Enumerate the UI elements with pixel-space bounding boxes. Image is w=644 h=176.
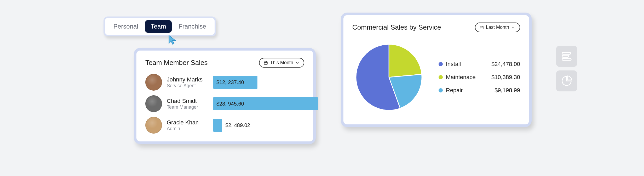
card-title: Team Member Sales: [145, 59, 208, 67]
view-tabs: Personal Team Franchise: [104, 16, 216, 36]
sales-bar: $28, 945.60: [213, 97, 318, 110]
cursor-icon: [168, 35, 177, 45]
legend-value: $10,389.30: [491, 74, 520, 81]
avatar: [145, 95, 162, 112]
sales-value: $2, 489.02: [222, 119, 250, 132]
tab-personal[interactable]: Personal: [108, 20, 144, 33]
commercial-sales-card: Commercial Sales by Service Last Month I…: [341, 13, 532, 127]
tab-team[interactable]: Team: [145, 20, 172, 33]
legend-value: $9,198.99: [494, 87, 520, 94]
member-name: Chad Smidt: [167, 98, 209, 104]
period-label: Last Month: [486, 25, 509, 30]
chevron-down-icon: [511, 25, 515, 30]
pie-chart-button[interactable]: [556, 70, 577, 91]
period-selector-last-month[interactable]: Last Month: [475, 23, 520, 32]
svg-rect-0: [264, 62, 267, 64]
calendar-icon: [264, 61, 268, 65]
pie-slice: [389, 44, 422, 77]
legend-row: Install $24,478.00: [439, 61, 520, 68]
period-selector-this-month[interactable]: This Month: [259, 58, 304, 68]
sales-bar-wrap: $2, 489.02: [213, 119, 304, 132]
bar-chart-button[interactable]: [556, 46, 577, 67]
member-row: Johnny Marks Service Agent $12, 237.40: [136, 72, 313, 94]
legend-value: $24,478.00: [491, 61, 520, 68]
calendar-icon: [480, 25, 484, 30]
sales-bar: $12, 237.40: [213, 76, 257, 89]
pie-chart-icon: [561, 75, 573, 87]
member-info: Chad Smidt Team Manager: [167, 98, 209, 110]
period-label: This Month: [270, 60, 293, 65]
member-row: Gracie Khan Admin $2, 489.02: [136, 115, 313, 137]
member-row: Chad Smidt Team Manager $28, 945.60: [136, 94, 313, 115]
avatar: [145, 117, 162, 134]
legend-row: Repair $9,198.99: [439, 87, 520, 94]
legend-name: Install: [446, 61, 461, 68]
member-info: Johnny Marks Service Agent: [167, 76, 209, 89]
sales-bar-wrap: $12, 237.40: [213, 76, 304, 89]
team-member-sales-card: Team Member Sales This Month Johnny Mark…: [134, 48, 316, 144]
chart-type-toggle: [556, 46, 577, 91]
bar-chart-icon: [561, 50, 573, 62]
sales-bar-wrap: $28, 945.60: [213, 97, 318, 110]
member-role: Service Agent: [167, 83, 209, 89]
avatar: [145, 74, 162, 91]
chevron-down-icon: [295, 61, 300, 65]
member-role: Team Manager: [167, 104, 209, 110]
member-name: Gracie Khan: [167, 119, 209, 126]
legend-row: Maintenace $10,389.30: [439, 74, 520, 81]
legend-name: Repair: [446, 87, 463, 94]
legend-dot: [439, 75, 443, 79]
legend-dot: [439, 88, 443, 92]
sales-bar: [213, 119, 222, 132]
svg-rect-9: [562, 55, 569, 57]
svg-rect-8: [562, 52, 571, 54]
legend-name: Maintenace: [446, 74, 476, 81]
tab-franchise[interactable]: Franchise: [173, 20, 212, 33]
svg-rect-4: [480, 26, 483, 29]
member-name: Johnny Marks: [167, 76, 209, 83]
member-info: Gracie Khan Admin: [167, 119, 209, 131]
member-role: Admin: [167, 126, 209, 131]
svg-rect-10: [562, 58, 571, 60]
legend-dot: [439, 62, 443, 66]
card-title: Commercial Sales by Service: [352, 23, 441, 31]
pie-chart: [352, 41, 426, 114]
